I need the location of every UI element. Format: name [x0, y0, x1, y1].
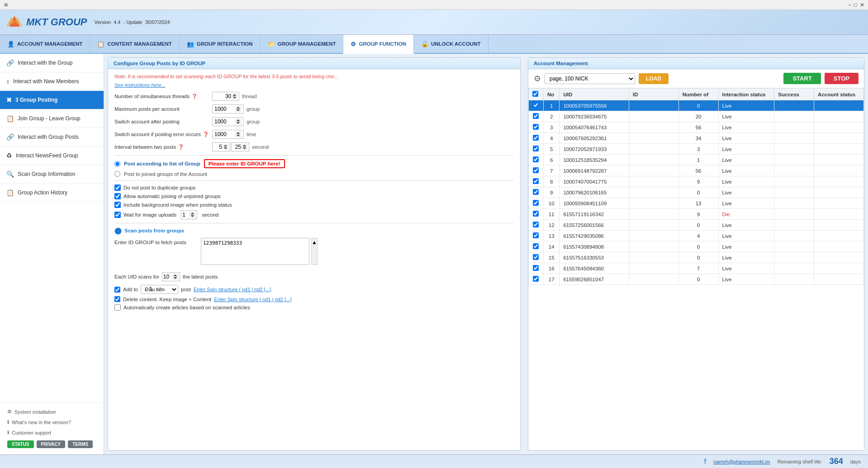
row-checkbox[interactable] — [533, 232, 539, 238]
table-row[interactable]: 13 61557429035086 4 Live — [529, 231, 864, 241]
auto-join-checkbox[interactable] — [114, 193, 121, 199]
nav-content-management[interactable]: 📋 CONTENT MANAGEMENT — [90, 35, 179, 53]
radio-post-to-joined-label[interactable]: Post to joined groups of the Account — [124, 171, 207, 177]
load-button[interactable]: LOAD — [639, 73, 669, 84]
auto-create-checkbox[interactable] — [114, 304, 121, 311]
background-image-label[interactable]: Include background image when posting st… — [123, 202, 232, 208]
nav-group-management[interactable]: 📁 GROUP MANAGEMENT — [261, 35, 344, 53]
sidebar-item-interact-newsfeed[interactable]: ♻ Interact NewsFeed Group — [0, 147, 104, 165]
add-to-select[interactable]: Đầu tiên Cuối cùng — [141, 285, 178, 294]
table-row[interactable]: 9 100079620106165 0 Live — [529, 187, 864, 198]
table-row[interactable]: 7 100069148792287 56 Live — [529, 165, 864, 176]
row-checkbox[interactable] — [533, 189, 539, 195]
row-checkbox[interactable] — [533, 113, 539, 119]
table-row[interactable]: 11 61557119116342 9 Die — [529, 209, 864, 220]
table-row[interactable]: 4 100067605292361 34 Live — [529, 133, 864, 144]
radio-post-to-joined[interactable] — [114, 171, 120, 177]
table-row[interactable]: 10 100093908451109 13 Live — [529, 198, 864, 209]
max-posts-input[interactable] — [212, 104, 244, 113]
table-row[interactable]: 6 100012518535294 1 Live — [529, 155, 864, 165]
radio-post-by-list-label[interactable]: Post according to list of Group — [124, 161, 200, 166]
row-checkbox[interactable] — [533, 265, 539, 271]
row-checkbox[interactable] — [533, 243, 539, 249]
auto-create-label[interactable]: Automatically create articles based on s… — [123, 305, 250, 310]
id-group-link-button[interactable]: Please enter ID GROUP here! — [204, 159, 285, 168]
row-checkbox[interactable] — [533, 167, 539, 173]
table-row[interactable]: 8 100074070041775 9 Live — [529, 176, 864, 187]
table-row[interactable]: 3 100054076461743 56 Live — [529, 122, 864, 133]
delete-content-label[interactable]: Delete content. Keep image + Content — [123, 297, 211, 302]
auto-join-label[interactable]: Allow automatic joining of unjoined grou… — [123, 194, 221, 199]
delete-content-checkbox[interactable] — [114, 296, 120, 302]
row-checkbox[interactable] — [533, 211, 539, 217]
table-row[interactable]: 2 100079236034675 20 Live — [529, 111, 864, 122]
spin-link-1[interactable]: Enter Spin structure { nd1 | nd2 [...} — [194, 287, 271, 292]
sidebar-item-group-action-history[interactable]: 📋 Group Action History — [0, 184, 104, 202]
nav-account-management[interactable]: 👤 ACCOUNT MANAGEMENT — [0, 35, 90, 53]
radio-post-by-list[interactable] — [114, 161, 120, 167]
row-checkbox[interactable] — [533, 222, 539, 227]
close-button[interactable]: ✕ — [860, 2, 864, 8]
stop-button[interactable]: STOP — [825, 73, 859, 84]
add-to-label[interactable]: Add to — [123, 287, 138, 292]
row-checkbox[interactable] — [533, 135, 539, 141]
spin-link-2[interactable]: Enter Spin structure { nd1 | nd2 [...} — [214, 297, 292, 302]
row-checkbox[interactable] — [533, 254, 539, 260]
row-checkbox[interactable] — [533, 102, 539, 108]
row-checkbox[interactable] — [533, 156, 539, 162]
each-uid-input[interactable] — [162, 272, 180, 281]
wait-image-seconds-input[interactable] — [181, 210, 197, 219]
table-row[interactable]: 12 61557256001566 0 Live — [529, 220, 864, 231]
table-row[interactable]: 14 61557430894808 0 Live — [529, 241, 864, 252]
switch-error-help-icon[interactable]: ❓ — [203, 132, 209, 137]
table-row[interactable]: 17 61559026851047 0 Live — [529, 274, 864, 285]
interval-max-input[interactable] — [231, 142, 249, 151]
account-select[interactable]: page, 100 NICK all accounts custom — [545, 73, 635, 84]
sidebar-item-group-posting[interactable]: ✖ 3 Group Posting — [0, 91, 104, 109]
sidebar-item-interact-group[interactable]: 🔗 Interact with the Group — [0, 54, 104, 72]
add-to-checkbox[interactable] — [114, 287, 120, 293]
wait-image-checkbox[interactable] — [114, 212, 121, 218]
row-checkbox[interactable] — [533, 146, 539, 151]
textarea-scrollbar[interactable]: ▲ — [311, 238, 318, 265]
sidebar-item-scan-group-info[interactable]: 🔍 Scan Group Information — [0, 165, 104, 184]
nav-unlock-account[interactable]: 🔓 UNLOCK ACCOUNT — [414, 35, 488, 53]
table-row[interactable]: 1 100053705975556 0 Live — [529, 100, 864, 111]
email-link[interactable]: namvh@phanmemmkt.vn — [713, 459, 770, 464]
interval-help-icon[interactable]: ❓ — [178, 144, 184, 150]
wait-image-label[interactable]: Wait for image uploads — [123, 212, 176, 217]
start-button[interactable]: START — [783, 73, 821, 84]
row-checkbox[interactable] — [533, 200, 539, 206]
customer-support-item[interactable]: ℹ Customer support — [4, 427, 100, 438]
interval-min-input[interactable] — [212, 142, 230, 151]
whats-new-item[interactable]: ℹ What's new in the version? — [4, 417, 100, 427]
no-duplicate-label[interactable]: Do not post to duplicate groups — [123, 185, 195, 190]
system-installation-item[interactable]: ⚙ System installation — [4, 407, 100, 417]
simultaneous-threads-input[interactable] — [212, 92, 239, 101]
simultaneous-threads-help-icon[interactable]: ❓ — [191, 94, 198, 99]
no-duplicate-checkbox[interactable] — [114, 184, 121, 191]
switch-after-input[interactable] — [212, 117, 244, 126]
table-row[interactable]: 16 61557645084360 7 Live — [529, 263, 864, 274]
status-tag-button[interactable]: STATUS — [7, 440, 34, 448]
nav-group-function[interactable]: ⚙ GROUP FUNCTION — [343, 35, 414, 54]
sidebar-item-interact-group-posts[interactable]: 🔗 Interact with Group Posts — [0, 128, 104, 147]
sidebar-item-join-leave-group[interactable]: 📋 Join Group - Leave Group — [0, 109, 104, 128]
row-checkbox[interactable] — [533, 124, 539, 130]
background-image-checkbox[interactable] — [114, 202, 121, 208]
see-instructions-link[interactable]: See instructions here... — [114, 82, 166, 88]
maximize-button[interactable]: □ — [854, 2, 857, 8]
id-group-textarea[interactable]: 1239871298333 — [201, 238, 309, 265]
row-checkbox[interactable] — [533, 276, 539, 282]
table-row[interactable]: 15 61557516330553 0 Live — [529, 252, 864, 263]
sidebar-item-interact-new-members[interactable]: ↕ Interact with New Members — [0, 72, 104, 91]
terms-tag-button[interactable]: TERMS — [68, 440, 93, 448]
privacy-tag-button[interactable]: PRIVACY — [37, 440, 66, 448]
row-checkbox[interactable] — [533, 178, 539, 184]
select-all-checkbox[interactable] — [532, 91, 538, 97]
table-row[interactable]: 5 100072052871933 3 Live — [529, 144, 864, 155]
switch-error-input[interactable] — [212, 130, 244, 139]
minimize-button[interactable]: − — [848, 2, 851, 8]
account-settings-icon[interactable]: ⚙ — [534, 74, 541, 84]
nav-group-interaction[interactable]: 👥 GROUP INTERACTION — [180, 35, 261, 53]
